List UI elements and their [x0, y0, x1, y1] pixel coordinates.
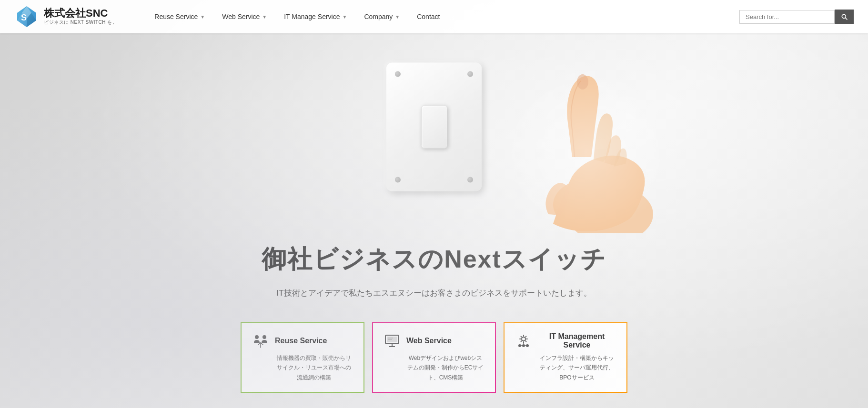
nav-dropdown-arrow: ▼ — [395, 14, 400, 20]
service-card-reuse[interactable]: Reuse Service 情報機器の買取・販売からリサイクル・リユース市場への… — [241, 322, 364, 393]
hero-illustration — [0, 33, 868, 233]
nav-item-contact[interactable]: Contact — [408, 0, 448, 33]
nav-dropdown-arrow: ▼ — [200, 14, 205, 20]
logo-company-text: 株式会社SNC — [44, 8, 117, 19]
card-header-it: IT Management Service — [515, 332, 616, 349]
card-desc-reuse: 情報機器の買取・販売からリサイクル・リユース市場への流通網の構築 — [252, 353, 353, 382]
search-input[interactable] — [739, 10, 835, 24]
hero-subtitle: IT技術とアイデアで私たちエスエヌシーはお客さまのビジネスをサポートいたします。 — [237, 287, 631, 300]
nav-dropdown-arrow: ▼ — [262, 14, 267, 20]
card-header-reuse: Reuse Service — [252, 332, 327, 349]
card-header-web: Web Service — [384, 332, 452, 349]
hero-section: 御社ビジネスのNextスイッチ IT技術とアイデアで私たちエスエヌシーはお客さま… — [0, 0, 868, 408]
svg-point-9 — [255, 335, 259, 339]
logo-icon: S — [14, 4, 39, 29]
card-desc-it: インフラ設計・構築からキッティング、サーバ運用代行、BPOサービス — [515, 353, 616, 382]
svg-point-10 — [262, 335, 266, 339]
hero-content: 御社ビジネスのNextスイッチ IT技術とアイデアで私たちエスエヌシーはお客さま… — [227, 243, 641, 393]
svg-point-17 — [522, 337, 525, 341]
nav-item-company[interactable]: Company ▼ — [355, 0, 408, 33]
nav-item-web-service[interactable]: Web Service ▼ — [213, 0, 275, 33]
card-desc-web: Webデザインおよびwebシステムの開発・制作からECサイト、CMS構築 — [384, 353, 484, 382]
service-card-it[interactable]: IT Management Service インフラ設計・構築からキッティング、… — [504, 322, 627, 393]
monitor-icon — [384, 332, 401, 349]
screw-tr — [467, 71, 473, 77]
reuse-icon — [252, 332, 269, 349]
svg-point-8 — [501, 71, 672, 233]
logo[interactable]: S 株式会社SNC ビジネスに NEXT SWITCH を。 — [14, 4, 117, 29]
card-title-web: Web Service — [406, 337, 452, 345]
header: S 株式会社SNC ビジネスに NEXT SWITCH を。 Reuse Ser… — [0, 0, 868, 33]
nav-item-it-manage-service[interactable]: IT Manage Service ▼ — [275, 0, 355, 33]
screw-br — [467, 177, 473, 183]
logo-tagline-text: ビジネスに NEXT SWITCH を。 — [44, 19, 117, 26]
switch-plate — [386, 63, 482, 191]
search-area — [739, 10, 854, 24]
service-card-web[interactable]: Web Service Webデザインおよびwebシステムの開発・制作からECサ… — [372, 322, 496, 393]
hero-title: 御社ビジネスのNextスイッチ — [237, 243, 631, 276]
search-icon — [840, 13, 848, 20]
card-title-it: IT Management Service — [538, 332, 616, 349]
service-cards: Reuse Service 情報機器の買取・販売からリサイクル・リユース市場への… — [237, 322, 631, 393]
gear-network-icon — [515, 332, 532, 349]
svg-text:S: S — [21, 13, 27, 22]
card-title-reuse: Reuse Service — [275, 337, 327, 345]
nav-item-reuse-service[interactable]: Reuse Service ▼ — [146, 0, 213, 33]
hand-illustration — [477, 43, 677, 233]
navigation: Reuse Service ▼ Web Service ▼ IT Manage … — [146, 0, 739, 33]
screw-bl — [395, 177, 401, 183]
nav-dropdown-arrow: ▼ — [342, 14, 347, 20]
switch-toggle — [421, 106, 447, 149]
screw-tl — [395, 71, 401, 77]
search-button[interactable] — [835, 10, 854, 24]
hand-svg — [477, 43, 677, 233]
